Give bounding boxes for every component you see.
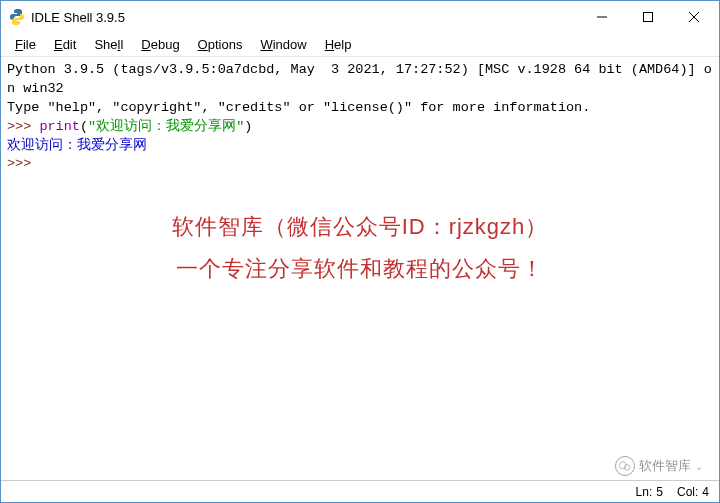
window-controls xyxy=(579,2,717,32)
minimize-button[interactable] xyxy=(579,2,625,32)
ln-value: 5 xyxy=(656,485,663,499)
col-value: 4 xyxy=(702,485,709,499)
menu-file[interactable]: File xyxy=(7,35,44,54)
output-line: 欢迎访问：我爱分享网 xyxy=(7,138,147,153)
shell-content[interactable]: Python 3.9.5 (tags/v3.9.5:0a7dcbd, May 3… xyxy=(1,56,719,479)
string-literal: "欢迎访问：我爱分享网" xyxy=(88,119,244,134)
wechat-icon xyxy=(615,456,635,476)
paren-close: ) xyxy=(244,119,252,134)
window-title: IDLE Shell 3.9.5 xyxy=(31,10,579,25)
menu-window[interactable]: Window xyxy=(252,35,314,54)
paren-open: ( xyxy=(80,119,88,134)
menu-edit[interactable]: Edit xyxy=(46,35,84,54)
svg-rect-1 xyxy=(644,13,653,22)
statusbar: Ln: 5 Col: 4 xyxy=(1,480,719,502)
python-icon xyxy=(9,9,25,25)
banner-line1: Python 3.9.5 (tags/v3.9.5:0a7dcbd, May 3… xyxy=(7,62,712,96)
menu-shell[interactable]: Shell xyxy=(86,35,131,54)
titlebar: IDLE Shell 3.9.5 xyxy=(1,1,719,33)
chevron-down-icon: ⌄ xyxy=(695,461,703,472)
svg-point-5 xyxy=(624,465,630,471)
menubar: File Edit Shell Debug Options Window Hel… xyxy=(1,33,719,56)
watermark-text: 软件智库 xyxy=(639,457,691,475)
maximize-button[interactable] xyxy=(625,2,671,32)
banner-line2: Type "help", "copyright", "credits" or "… xyxy=(7,100,590,115)
prompt: >>> xyxy=(7,119,39,134)
menu-help[interactable]: Help xyxy=(317,35,360,54)
builtin-print: print xyxy=(39,119,80,134)
menu-options[interactable]: Options xyxy=(190,35,251,54)
menu-debug[interactable]: Debug xyxy=(133,35,187,54)
col-label: Col: xyxy=(677,485,698,499)
close-button[interactable] xyxy=(671,2,717,32)
ln-label: Ln: xyxy=(636,485,653,499)
prompt-empty: >>> xyxy=(7,156,31,171)
watermark: 软件智库 ⌄ xyxy=(615,456,703,476)
